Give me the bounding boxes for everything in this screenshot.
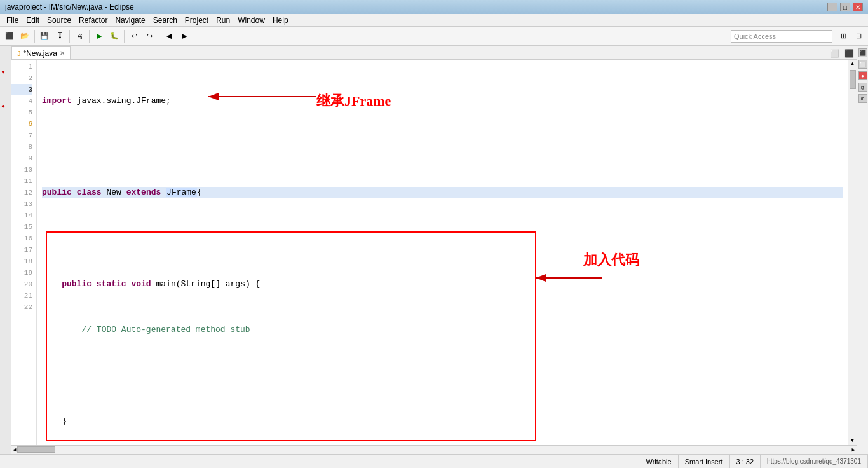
- editor-tab[interactable]: J *New.java ✕: [11, 46, 71, 59]
- code-line-3: public class New extends JFrame{: [42, 187, 843, 198]
- status-position: 3 : 32: [730, 455, 761, 468]
- toolbar-separator-2: [69, 30, 70, 43]
- tab-maximize-icon[interactable]: ⬛: [842, 48, 857, 59]
- quick-access-label: Quick Access: [734, 32, 776, 40]
- status-insert-mode: Smart Insert: [679, 455, 730, 468]
- maximize-button[interactable]: □: [840, 3, 850, 11]
- quick-access-box[interactable]: Quick Access: [731, 30, 832, 43]
- status-bar: Writable Smart Insert 3 : 32 https://blo…: [0, 454, 868, 468]
- scroll-up-arrow[interactable]: ▲: [850, 60, 855, 69]
- scroll-right-arrow[interactable]: ▶: [851, 445, 857, 454]
- right-panel-icon-3[interactable]: ●: [858, 71, 867, 80]
- scrollbar-track[interactable]: [848, 69, 857, 436]
- menu-edit[interactable]: Edit: [22, 15, 43, 26]
- line-numbers: 1 2 3 4 5 6 7 8 9 10 11 12 13 14 15 16 1…: [11, 60, 37, 445]
- status-url: https://blog.csdn.net/qq_4371301: [761, 455, 868, 468]
- left-gutter: ● ●: [0, 46, 11, 454]
- menu-bar: File Edit Source Refactor Navigate Searc…: [0, 14, 868, 27]
- tab-controls: ⬜ ⬛: [827, 48, 857, 59]
- menu-source[interactable]: Source: [43, 15, 75, 26]
- h-scrollbar-thumb[interactable]: [17, 446, 55, 453]
- code-line-5: public static void main(String[] args) {: [42, 279, 843, 290]
- minimize-button[interactable]: —: [827, 3, 837, 11]
- toolbar-view-button[interactable]: ⊟: [851, 29, 865, 43]
- menu-window[interactable]: Window: [234, 15, 269, 26]
- error-marker: ●: [1, 69, 9, 76]
- toolbar-open-button[interactable]: 📂: [18, 29, 32, 43]
- code-line-8: }: [42, 416, 843, 427]
- right-panel-icon-1[interactable]: ⬛: [858, 48, 867, 57]
- right-icons-panel: ⬛ ⬜ ● @ ⊞: [857, 46, 868, 454]
- toolbar-new-button[interactable]: ⬛: [3, 29, 17, 43]
- toolbar-print-button[interactable]: 🖨: [72, 29, 86, 43]
- toolbar-run-button[interactable]: ▶: [92, 29, 106, 43]
- toolbar-debug-button[interactable]: 🐛: [107, 29, 121, 43]
- toolbar-perspective-button[interactable]: ⊞: [836, 29, 850, 43]
- scroll-left-arrow[interactable]: ◀: [11, 445, 17, 454]
- menu-refactor[interactable]: Refactor: [75, 15, 111, 26]
- code-line-7: [42, 370, 843, 382]
- editor-container: J *New.java ✕ ⬜ ⬛ 1 2 3 4 5 6 7 8 9: [11, 46, 857, 454]
- toolbar: ⬛ 📂 💾 🗄 🖨 ▶ 🐛 ↩ ↪ ◀ ▶ Quick Access ⊞ ⊟: [0, 27, 868, 46]
- tab-label: *New.java: [24, 49, 57, 58]
- menu-help[interactable]: Help: [269, 15, 292, 26]
- status-writable: Writable: [640, 455, 679, 468]
- toolbar-save-all-button[interactable]: 🗄: [53, 29, 67, 43]
- scroll-down-arrow[interactable]: ▼: [850, 436, 855, 445]
- menu-navigate[interactable]: Navigate: [111, 15, 149, 26]
- window-controls: — □ ✕: [827, 3, 863, 11]
- h-scroll-track[interactable]: [17, 446, 850, 454]
- menu-project[interactable]: Project: [181, 15, 212, 26]
- toolbar-back-button[interactable]: ◀: [162, 29, 176, 43]
- close-button[interactable]: ✕: [853, 3, 863, 11]
- menu-run[interactable]: Run: [212, 15, 234, 26]
- main-area: ● ● J *New.java ✕ ⬜ ⬛ 1 2 3 4 5: [0, 46, 868, 454]
- toolbar-save-button[interactable]: 💾: [37, 29, 51, 43]
- code-content[interactable]: import javax.swing.JFrame; public class …: [37, 60, 848, 445]
- error-marker-2: ●: [1, 103, 9, 111]
- code-line-4: [42, 233, 843, 244]
- horizontal-scrollbar[interactable]: ◀ ▶: [11, 445, 857, 454]
- code-area[interactable]: 1 2 3 4 5 6 7 8 9 10 11 12 13 14 15 16 1…: [11, 60, 857, 445]
- code-line-1: import javax.swing.JFrame;: [42, 95, 843, 107]
- right-panel-icon-4[interactable]: @: [858, 83, 867, 92]
- toolbar-separator-1: [34, 30, 35, 43]
- vertical-scrollbar[interactable]: ▲ ▼: [848, 60, 857, 445]
- tab-icon: J: [17, 50, 21, 57]
- tab-minimize-icon[interactable]: ⬜: [827, 48, 842, 59]
- menu-file[interactable]: File: [3, 15, 22, 26]
- menu-search[interactable]: Search: [149, 15, 181, 26]
- toolbar-separator-4: [124, 30, 125, 43]
- toolbar-redo-button[interactable]: ↪: [142, 29, 156, 43]
- toolbar-separator-5: [159, 30, 159, 43]
- right-panel-icon-5[interactable]: ⊞: [858, 94, 867, 103]
- title-bar: javaproject - IM/src/New.java - Eclipse …: [0, 0, 868, 14]
- tab-close-button[interactable]: ✕: [60, 50, 65, 57]
- toolbar-forward-button[interactable]: ▶: [177, 29, 191, 43]
- app-title: javaproject - IM/src/New.java - Eclipse: [5, 3, 134, 11]
- toolbar-separator-3: [89, 30, 90, 43]
- tab-bar: J *New.java ✕ ⬜ ⬛: [11, 46, 857, 60]
- code-line-6: // TODO Auto-generated method stub: [42, 324, 843, 336]
- scrollbar-thumb[interactable]: [850, 70, 856, 89]
- toolbar-undo-button[interactable]: ↩: [127, 29, 141, 43]
- code-line-2: [42, 141, 843, 153]
- right-panel-icon-2[interactable]: ⬜: [858, 60, 867, 69]
